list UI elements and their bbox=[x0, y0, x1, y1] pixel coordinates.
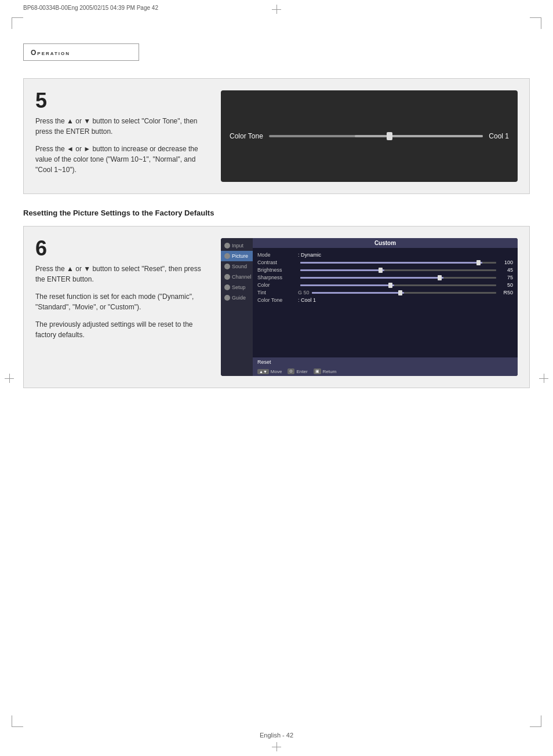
tv-sidebar: Input Picture Sound Channel Setup Guide bbox=[221, 238, 253, 376]
return-icon: ▣ bbox=[314, 368, 321, 374]
color-tone-slider bbox=[269, 135, 483, 137]
tint-slider bbox=[312, 292, 496, 294]
tv-row-contrast: Contrast 100 bbox=[257, 260, 513, 265]
tint-label: Tint bbox=[257, 290, 298, 295]
step6-desc1: Press the ▲ or ▼ button to select "Reset… bbox=[35, 264, 209, 284]
sidebar-item-setup: Setup bbox=[221, 282, 253, 293]
file-info: BP68-00334B-00Eng 2005/02/15 04:39 PM Pa… bbox=[23, 5, 158, 11]
sound-icon bbox=[224, 264, 230, 269]
section-header: Operation bbox=[23, 43, 139, 61]
section2-heading: Resetting the Picture Settings to the Fa… bbox=[23, 209, 214, 217]
mode-label: Mode bbox=[257, 252, 298, 258]
tv-bottom-bar: ▲▼ Move ⊙ Enter ▣ Return bbox=[253, 367, 518, 376]
tv-reset-row: Reset bbox=[253, 357, 518, 367]
reset-label: Reset bbox=[257, 359, 271, 365]
page-header: BP68-00334B-00Eng 2005/02/15 04:39 PM Pa… bbox=[23, 5, 530, 11]
color-slider bbox=[300, 284, 496, 286]
step6-box: 6 Press the ▲ or ▼ button to select "Res… bbox=[23, 226, 530, 388]
tv-row-brightness: Brightness 45 bbox=[257, 267, 513, 273]
brightness-label: Brightness bbox=[257, 267, 298, 273]
return-label: Return bbox=[323, 369, 337, 374]
channel-icon bbox=[224, 274, 230, 280]
bottom-enter: ⊙ Enter bbox=[288, 368, 307, 374]
mode-value: : Dynamic bbox=[298, 252, 321, 258]
step5-text-area: 5 Press the ▲ or ▼ button to select "Col… bbox=[35, 90, 209, 182]
setup-icon bbox=[224, 284, 230, 290]
sidebar-item-picture: Picture bbox=[221, 251, 253, 261]
corner-mark-br bbox=[530, 715, 541, 727]
tv-row-color: Color 50 bbox=[257, 282, 513, 288]
tv-row-mode: Mode : Dynamic bbox=[257, 252, 513, 258]
sidebar-label-guide: Guide bbox=[232, 295, 246, 301]
corner-mark-tr bbox=[530, 17, 541, 29]
contrast-value: 100 bbox=[499, 260, 513, 265]
colortone-label: Color Tone bbox=[257, 297, 298, 303]
sidebar-label-setup: Setup bbox=[232, 284, 246, 290]
sidebar-label-sound: Sound bbox=[232, 264, 247, 269]
tint-left: G 50 bbox=[298, 290, 310, 295]
tv-main-panel: Custom Mode : Dynamic Contrast 100 bbox=[253, 238, 518, 376]
corner-mark-tl bbox=[12, 17, 23, 29]
step6-desc2: The reset function is set for each mode … bbox=[35, 291, 209, 312]
color-tone-bar: Color Tone Cool 1 bbox=[230, 132, 509, 140]
brightness-value: 45 bbox=[499, 267, 513, 273]
step5-box: 5 Press the ▲ or ▼ button to select "Col… bbox=[23, 78, 530, 194]
guide-icon bbox=[224, 295, 230, 301]
step5-desc2: Press the ◄ or ► button to increase or d… bbox=[35, 144, 209, 175]
section-header-text: Operation bbox=[31, 49, 70, 57]
enter-icon: ⊙ bbox=[288, 368, 294, 374]
color-tone-label: Color Tone bbox=[230, 132, 263, 140]
contrast-label: Contrast bbox=[257, 260, 298, 265]
sharpness-slider bbox=[300, 277, 496, 279]
tint-right: R50 bbox=[499, 290, 513, 295]
tv-row-colortone: Color Tone : Cool 1 bbox=[257, 297, 513, 303]
corner-mark-bl bbox=[12, 715, 23, 727]
sharpness-label: Sharpness bbox=[257, 275, 298, 280]
sidebar-item-guide: Guide bbox=[221, 293, 253, 303]
sidebar-label-picture: Picture bbox=[232, 253, 248, 259]
color-label: Color bbox=[257, 282, 298, 288]
crosshair-bottom bbox=[272, 742, 281, 751]
tv-screen: Input Picture Sound Channel Setup Guide bbox=[221, 238, 518, 376]
bottom-move: ▲▼ Move bbox=[257, 368, 282, 374]
sharpness-value: 75 bbox=[499, 275, 513, 280]
sidebar-item-channel: Channel bbox=[221, 272, 253, 282]
step5-screen: Color Tone Cool 1 bbox=[221, 90, 518, 182]
crosshair-right bbox=[539, 374, 548, 383]
tv-content: Mode : Dynamic Contrast 100 Brightness bbox=[253, 248, 518, 356]
sidebar-item-sound: Sound bbox=[221, 261, 253, 272]
sidebar-item-input: Input bbox=[221, 240, 253, 251]
color-value: 50 bbox=[499, 282, 513, 288]
sidebar-label-input: Input bbox=[232, 243, 243, 249]
tv-row-sharpness: Sharpness 75 bbox=[257, 275, 513, 280]
footer-label: English - 42 bbox=[260, 732, 293, 739]
input-icon bbox=[224, 243, 230, 249]
color-tone-value: Cool 1 bbox=[489, 132, 509, 140]
move-label: Move bbox=[271, 369, 282, 374]
step5-desc1: Press the ▲ or ▼ button to select "Color… bbox=[35, 116, 209, 137]
bottom-return: ▣ Return bbox=[314, 368, 337, 374]
contrast-slider bbox=[300, 262, 496, 264]
step6-desc3: The previously adjusted settings will be… bbox=[35, 319, 209, 340]
tv-row-tint: Tint G 50 R50 bbox=[257, 290, 513, 295]
page-footer: English - 42 bbox=[0, 732, 553, 739]
picture-icon bbox=[224, 253, 230, 259]
crosshair-left bbox=[5, 374, 14, 383]
brightness-slider bbox=[300, 269, 496, 271]
sidebar-label-channel: Channel bbox=[232, 274, 252, 280]
step5-number: 5 bbox=[35, 90, 209, 111]
step6-text-area: 6 Press the ▲ or ▼ button to select "Res… bbox=[35, 238, 209, 376]
tv-title-bar: Custom bbox=[253, 238, 518, 248]
enter-label: Enter bbox=[296, 369, 307, 374]
step6-number: 6 bbox=[35, 238, 209, 259]
colortone-value: : Cool 1 bbox=[298, 297, 316, 303]
move-icon: ▲▼ bbox=[257, 369, 269, 374]
